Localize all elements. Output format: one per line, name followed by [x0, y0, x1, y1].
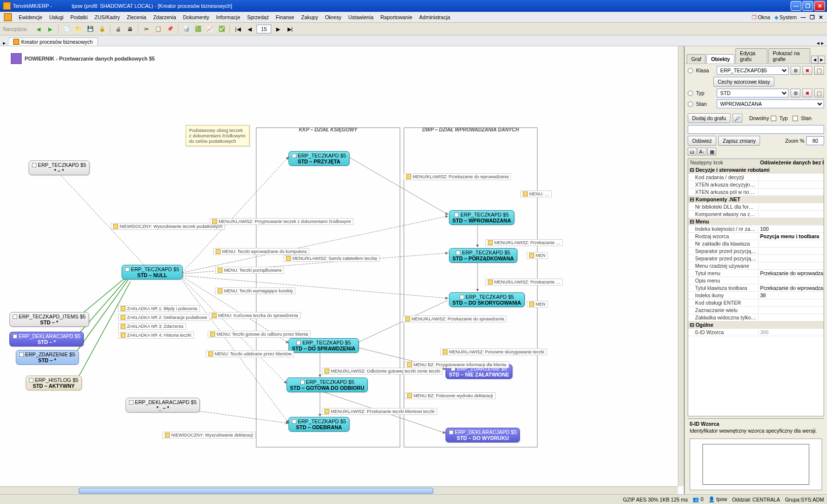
minimize-button[interactable]: — [791, 1, 801, 11]
radio-typ[interactable] [688, 91, 693, 96]
tabs-scroll-right-icon[interactable]: ▶ [818, 56, 825, 63]
menu-okna[interactable]: ❐ Okna [752, 14, 770, 20]
tool-11-icon[interactable]: 💹 [193, 24, 203, 34]
tool-13-icon[interactable]: ✅ [217, 24, 226, 34]
edge-label[interactable]: MENU/KLAWISZ: Przekazanie teczki kliento… [322, 408, 437, 415]
menu-zlecenia[interactable]: Zlecenia [124, 13, 149, 21]
tab-obiekty[interactable]: Obiekty [706, 54, 734, 63]
tool-10-icon[interactable]: 📊 [181, 24, 191, 34]
graph-node[interactable]: ERP_TECZKAPD $5* – * [29, 160, 90, 175]
graph-node[interactable]: ERP_TECZKAPD_ITEMS $5STD – * [9, 312, 89, 327]
edge-label[interactable]: ZAKŁADKA NR 4: Historia teczki [118, 332, 194, 339]
graph-node[interactable]: ERP_DEKLARACJAPD $5STD – DO WYDRUKU [445, 428, 520, 442]
chk-stan[interactable] [793, 116, 798, 121]
menu-podatki[interactable]: Podatki [67, 13, 91, 21]
overview-minimap[interactable] [690, 439, 822, 490]
menu-zdarzenia[interactable]: Zdarzenia [150, 13, 179, 21]
edge-label[interactable]: NIEWIDOCZNY: Wyszukiwanie deklaracji [162, 432, 255, 439]
radio-klasa[interactable] [688, 68, 693, 73]
graph-node[interactable]: ERP_TECZKAPD $5STD – DO SKORYGOWANIA [449, 292, 525, 307]
process-canvas[interactable]: POWIERNIK - Przetwarzanie danych podatko… [0, 46, 684, 494]
tool-forward-icon[interactable]: ▶ [45, 24, 55, 34]
tab-pokazac[interactable]: Pokazać na grafie [768, 48, 810, 63]
graph-node[interactable]: ERP_TECZKAPD $5STD – PRZYJĘTA [288, 151, 350, 166]
menu-administracja[interactable]: Administracja [416, 13, 453, 21]
pg-sort-icon[interactable]: A↓ [698, 148, 706, 156]
chk-typ[interactable] [771, 116, 776, 121]
graph-node[interactable]: ERP_TECZKAPD $5STD – NULL [122, 265, 183, 280]
menu-sprzedaz[interactable]: Sprzedaż [244, 13, 272, 21]
edge-label[interactable]: MEN [527, 301, 548, 308]
edge-label[interactable]: ZAKŁADKA NR 3: Zdarzenia [118, 323, 186, 330]
menu-ewidencje[interactable]: Ewidencje [16, 13, 45, 21]
edge-label[interactable]: MENU/KLAWISZ: Przyjmowanie teczek z doku… [210, 218, 353, 225]
tool-9-icon[interactable]: 📌 [165, 24, 175, 34]
page-first-icon[interactable]: |◀ [233, 24, 243, 34]
edge-label[interactable]: MENU BZ: Polecenie wydruku deklaracji [405, 392, 496, 399]
edge-label[interactable]: MEN [527, 252, 548, 259]
mdi-close-icon[interactable]: ✕ [819, 14, 823, 20]
edge-label[interactable]: MENU/KLAWISZ: Przekazanie do sprawdzenia [403, 315, 507, 322]
menu-zakupy[interactable]: Zakupy [298, 13, 321, 21]
graph-node[interactable]: ERP_DEKLARACJAPD $5*_ – * [126, 398, 200, 412]
binoculars-icon[interactable]: 🔎 [732, 114, 742, 123]
pg-cat-icon[interactable]: 🗂 [688, 148, 697, 156]
odswiez-button[interactable]: Odśwież [688, 136, 716, 146]
stan-select[interactable]: WPROWADZANA [717, 99, 824, 108]
mdi-restore-icon[interactable]: ❐ [810, 14, 815, 20]
page-next-icon[interactable]: ▶ [273, 24, 283, 34]
typ-action2-icon[interactable]: ✖ [802, 89, 812, 97]
tab-kreator[interactable]: Kreator procesów biznesowych [8, 37, 98, 46]
typ-action3-icon[interactable]: 📋 [814, 89, 824, 97]
menu-finanse[interactable]: Finanse [273, 13, 297, 21]
tool-12-icon[interactable]: 📈 [205, 24, 215, 34]
edge-label[interactable]: MENU/KLAWISZ: Przekazanie … [485, 239, 563, 246]
tool-back-icon[interactable]: ◀ [33, 24, 43, 34]
edge-label[interactable]: MENU/KLAWISZ: Ponowne skorygowanie teczk… [440, 348, 547, 355]
klasa-action3-icon[interactable]: 📋 [814, 66, 824, 75]
property-grid[interactable]: Następny krokOdświeżenie danych bez ko⊟ … [688, 158, 824, 416]
dodaj-button[interactable]: Dodaj do grafu [688, 113, 731, 123]
menu-informacje[interactable]: Informacje [213, 13, 243, 21]
graph-node[interactable]: ERP_ZDARZENIE $5STD – * [16, 350, 79, 365]
graph-node[interactable]: ERP_DEKLARACJAPD $5STD – * [9, 332, 84, 346]
tabstrip-chevron-icon[interactable]: ▸ [3, 40, 6, 46]
page-last-icon[interactable]: ▶| [285, 24, 295, 34]
graph-node[interactable]: ERP_TECZKAPD $5STD – PORZĄDKOWANA [449, 248, 517, 263]
edge-label[interactable]: MENU/KLAWISZ: Sam/a załatwiłem teczkę [284, 255, 380, 262]
canvas-vscroll[interactable] [678, 46, 684, 486]
typ-select[interactable]: STD [717, 89, 789, 97]
graph-node[interactable]: ERP_HISTLOG $5STD – AKTYWNY [26, 376, 82, 390]
graph-node[interactable]: ERP_TECZKAPD $5STD – DO SPRAWDZENIA [288, 338, 359, 353]
close-button[interactable]: ✕ [814, 1, 825, 11]
zapisz-button[interactable]: Zapisz zmiany [718, 136, 760, 146]
klasa-action2-icon[interactable]: ✖ [802, 66, 812, 75]
tool-1-icon[interactable]: 📄 [62, 24, 71, 34]
edge-label[interactable]: MENU/KLAWISZ: Przekazanie … [485, 279, 563, 285]
tool-3-icon[interactable]: 💾 [85, 24, 95, 34]
menu-dokumenty[interactable]: Dokumenty [180, 13, 212, 21]
menu-system[interactable]: ◆ System [774, 14, 797, 20]
menu-ustawienia[interactable]: Ustawienia [345, 13, 376, 21]
menu-zus-kadry[interactable]: ZUS/Kadry [92, 13, 123, 21]
tool-8-icon[interactable]: 📋 [153, 24, 163, 34]
edge-label[interactable]: MENU: Końcowa teczka do sprawdzenia [209, 312, 301, 319]
tool-4-icon[interactable]: 🔒 [97, 24, 107, 34]
filter-input[interactable] [688, 125, 824, 134]
klasa-select[interactable]: ERP_TECZKAPD$5 [717, 66, 789, 75]
tab-graf[interactable]: Graf [687, 54, 705, 63]
tab-edycja[interactable]: Edycja grafu [735, 48, 767, 63]
graph-node[interactable]: ERP_TECZKAPD $5STD – WPROWADZANA [449, 210, 514, 225]
zoom-input[interactable] [806, 136, 824, 145]
edge-label[interactable]: MENU: Teczki odebrane przez klientów [206, 350, 294, 357]
edge-label[interactable]: MENU: Teczki wymagające korekty [215, 287, 295, 294]
edge-label[interactable]: MENU/KLAWISZ: Odłożenie gotowej teczki z… [322, 368, 443, 375]
graph-node[interactable]: ERP_TECZKAPD $5STD – ODEBRANA [288, 417, 350, 432]
edge-label[interactable]: MENU: Teczki wprowadzane do komputera [213, 248, 309, 255]
tool-2-icon[interactable]: 📁 [73, 24, 83, 34]
tabs-scroll-left-icon[interactable]: ◀ [811, 56, 818, 63]
menu-uslugi[interactable]: Usługi [46, 13, 66, 21]
page-prev-icon[interactable]: ◀ [245, 24, 254, 34]
typ-action1-icon[interactable]: ⚙ [791, 89, 800, 97]
edge-label[interactable]: ZAKŁADKA NR 1: Błędy i polecenia [118, 305, 200, 312]
